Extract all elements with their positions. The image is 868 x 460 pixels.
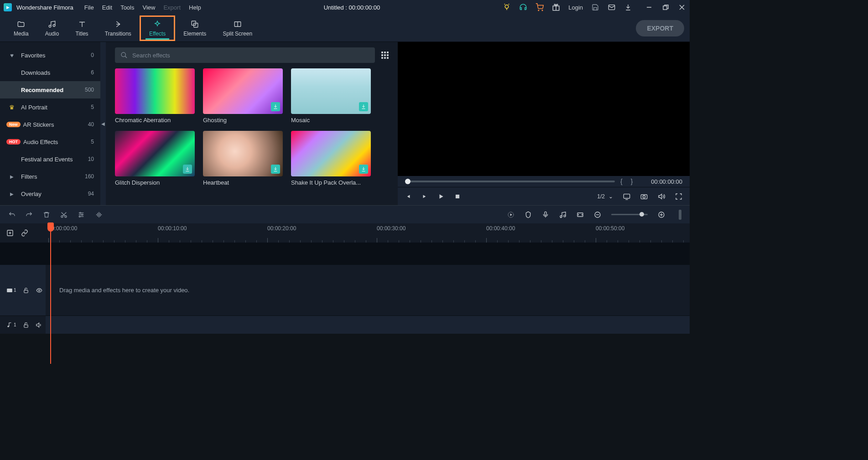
- zoom-in-icon[interactable]: [658, 211, 665, 218]
- stop-icon[interactable]: [454, 193, 461, 200]
- audio-track-body[interactable]: [46, 316, 690, 334]
- save-icon[interactable]: [591, 3, 599, 11]
- sidebar-count: 94: [88, 191, 94, 197]
- download-badge-icon[interactable]: [359, 165, 368, 174]
- speaker-icon[interactable]: [36, 322, 42, 328]
- sidebar-label: AI Portrait: [21, 104, 91, 111]
- tab-split-screen[interactable]: Split Screen: [214, 16, 260, 41]
- tab-audio[interactable]: Audio: [37, 16, 68, 41]
- sidebar-favorites[interactable]: ♥ Favorites 0: [0, 47, 100, 64]
- gift-icon[interactable]: [552, 3, 560, 11]
- effect-label: Mosaic: [291, 117, 371, 124]
- scrub-track[interactable]: [405, 181, 615, 182]
- sidebar-filters[interactable]: ▶ Filters 160: [0, 168, 100, 185]
- grid-view-icon[interactable]: [381, 52, 389, 59]
- preview-video[interactable]: [398, 42, 690, 176]
- tab-elements[interactable]: Elements: [175, 16, 214, 41]
- tab-transitions[interactable]: Transitions: [97, 16, 140, 41]
- login-button[interactable]: Login: [568, 4, 583, 11]
- transitions-icon: [114, 20, 123, 29]
- effect-label: Glitch Dispersion: [115, 179, 195, 186]
- next-frame-icon[interactable]: [421, 193, 428, 200]
- svg-point-36: [80, 212, 81, 213]
- effect-card[interactable]: Shake It Up Pack Overla...: [291, 131, 371, 186]
- prev-frame-icon[interactable]: [405, 193, 411, 200]
- effect-label: Ghosting: [203, 117, 283, 124]
- audio-waveform-icon[interactable]: [95, 211, 103, 218]
- menu-help[interactable]: Help: [189, 4, 201, 11]
- link-icon[interactable]: [21, 229, 28, 237]
- mark-in-out[interactable]: {}: [620, 178, 641, 185]
- effect-card[interactable]: Mosaic: [291, 68, 371, 124]
- download-badge-icon[interactable]: [271, 102, 280, 111]
- fit-icon[interactable]: [577, 211, 584, 218]
- add-track-icon[interactable]: [6, 229, 14, 237]
- render-icon[interactable]: [507, 211, 515, 218]
- lock-icon[interactable]: [23, 322, 29, 328]
- marker-icon[interactable]: [525, 211, 532, 218]
- ruler-label: 00:00:10:00: [158, 225, 187, 232]
- zoom-ratio-select[interactable]: 1/2 ⌄: [597, 193, 613, 200]
- search-input[interactable]: [132, 52, 369, 59]
- minimize-button[interactable]: [645, 3, 653, 11]
- zoom-out-icon[interactable]: [594, 211, 601, 218]
- zoom-slider[interactable]: [611, 214, 648, 215]
- timeline-ruler[interactable]: 00:00:00:0000:00:10:0000:00:20:0000:00:3…: [46, 223, 690, 243]
- tab-media[interactable]: Media: [5, 16, 37, 41]
- eye-icon[interactable]: [36, 287, 43, 294]
- volume-icon[interactable]: [658, 193, 665, 200]
- sidebar-recommended[interactable]: Recommended 500: [0, 81, 100, 98]
- lock-icon[interactable]: [23, 287, 29, 294]
- search-box[interactable]: [115, 47, 375, 63]
- new-badge: New: [6, 122, 21, 127]
- delete-icon[interactable]: [43, 211, 50, 218]
- snapshot-icon[interactable]: [640, 193, 648, 200]
- sidebar-ar-stickers[interactable]: New AR Stickers 40: [0, 116, 100, 133]
- sidebar-overlay[interactable]: ▶ Overlay 94: [0, 185, 100, 202]
- export-button[interactable]: EXPORT: [636, 20, 684, 36]
- menu-tools[interactable]: Tools: [120, 4, 134, 11]
- mail-icon[interactable]: [608, 3, 616, 11]
- close-button[interactable]: [678, 3, 686, 11]
- zoom-slider-handle[interactable]: [639, 212, 644, 217]
- sidebar-ai-portrait[interactable]: ♛ AI Portrait 5: [0, 98, 100, 116]
- scrub-handle[interactable]: [405, 179, 411, 184]
- download-badge-icon[interactable]: [183, 165, 192, 174]
- tips-icon[interactable]: [503, 3, 511, 11]
- cut-icon[interactable]: [60, 211, 68, 218]
- adjust-icon[interactable]: [78, 211, 85, 218]
- cart-icon[interactable]: [535, 3, 544, 11]
- mic-icon[interactable]: [542, 211, 549, 218]
- audio-track-icon[interactable]: 1: [6, 322, 16, 328]
- sidebar-count: 6: [91, 69, 94, 76]
- download-icon[interactable]: [624, 3, 632, 11]
- menu-edit[interactable]: Edit: [102, 4, 112, 11]
- maximize-button[interactable]: [661, 3, 670, 11]
- playhead[interactable]: [47, 222, 54, 359]
- fullscreen-icon[interactable]: [675, 193, 682, 200]
- sidebar-audio-effects[interactable]: HOT Audio Effects 5: [0, 133, 100, 150]
- hot-badge: HOT: [6, 139, 21, 145]
- download-badge-icon[interactable]: [359, 102, 368, 111]
- tab-effects[interactable]: Effects: [140, 16, 175, 41]
- sidebar-collapse-handle[interactable]: ◀: [100, 42, 106, 205]
- effect-card[interactable]: Heartbeat: [203, 131, 283, 186]
- download-badge-icon[interactable]: [271, 165, 280, 174]
- play-icon[interactable]: [438, 193, 444, 200]
- video-track-body[interactable]: Drag media and effects here to create yo…: [46, 265, 690, 315]
- menu-export: Export: [163, 4, 181, 11]
- undo-icon[interactable]: [8, 211, 16, 218]
- menu-view[interactable]: View: [142, 4, 155, 11]
- menu-file[interactable]: File: [84, 4, 94, 11]
- video-track-icon[interactable]: 1: [6, 287, 16, 294]
- sidebar-downloads[interactable]: Downloads 6: [0, 64, 100, 81]
- tab-titles[interactable]: Titles: [67, 16, 96, 41]
- effect-card[interactable]: Ghosting: [203, 68, 283, 124]
- redo-icon[interactable]: [26, 211, 33, 218]
- support-icon[interactable]: [519, 3, 527, 11]
- sidebar-festival[interactable]: Festival and Events 10: [0, 150, 100, 168]
- effect-card[interactable]: Glitch Dispersion: [115, 131, 195, 186]
- display-icon[interactable]: [623, 193, 630, 200]
- effect-card[interactable]: Chromatic Aberration: [115, 68, 195, 124]
- mixer-icon[interactable]: [559, 211, 567, 218]
